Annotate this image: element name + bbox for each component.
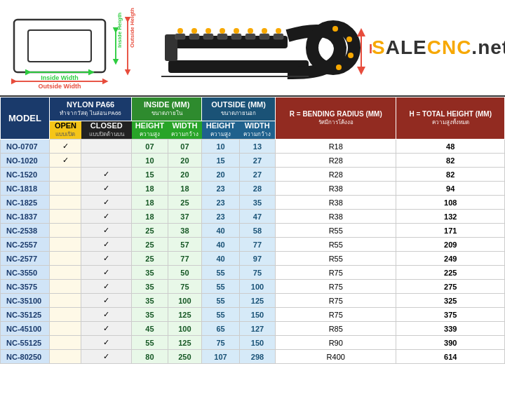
- cell-bending-radius: R90: [276, 336, 396, 350]
- table-row: NC-1520✓15202027R2882: [1, 168, 505, 182]
- cell-width-inside: 20: [168, 168, 201, 182]
- svg-rect-17: [175, 34, 185, 39]
- svg-rect-24: [274, 34, 283, 39]
- cell-width-inside: 18: [168, 182, 201, 196]
- cell-width-inside: 75: [168, 280, 201, 294]
- svg-rect-15: [168, 36, 288, 48]
- cell-width-outside: 77: [239, 238, 275, 252]
- specifications-table: MODEL NYLON PA66 ทำจากวัสดุ ไนล่อน PA66 …: [0, 97, 505, 364]
- cell-model: NC-2557: [1, 238, 50, 252]
- cell-height-inside: 55: [132, 336, 168, 350]
- cell-closed: ✓: [81, 336, 132, 350]
- cell-width-inside: 100: [168, 294, 201, 308]
- cell-open: [50, 280, 81, 294]
- svg-text:Inside Heigth: Inside Heigth: [116, 13, 123, 48]
- table-row: NC-45100✓4510065127R85339: [1, 322, 505, 336]
- cell-bending-radius: R55: [276, 238, 396, 252]
- cell-height-inside: 18: [132, 210, 168, 224]
- cell-height-inside: 35: [132, 266, 168, 280]
- cell-total-height: 132: [396, 210, 505, 224]
- cell-closed: ✓: [81, 238, 132, 252]
- cell-height-inside: 18: [132, 196, 168, 210]
- cell-closed: ✓: [81, 280, 132, 294]
- cell-model: NC-2577: [1, 252, 50, 266]
- cell-bending-radius: R75: [276, 294, 396, 308]
- cell-height-inside: 35: [132, 294, 168, 308]
- cell-width-inside: 37: [168, 210, 201, 224]
- cell-height-outside: 10: [202, 140, 240, 154]
- table-row: NC-35125✓3512555150R75375: [1, 308, 505, 322]
- svg-point-35: [346, 36, 352, 42]
- svg-rect-19: [203, 34, 213, 39]
- table-row: NO-1020✓10201527R2882: [1, 154, 505, 168]
- svg-rect-14: [168, 60, 309, 73]
- svg-point-28: [220, 28, 225, 34]
- cell-closed: ✓: [81, 252, 132, 266]
- cell-closed: ✓: [81, 294, 132, 308]
- svg-point-37: [336, 65, 342, 70]
- cell-width-outside: 47: [239, 210, 275, 224]
- table-row: NC-3550✓35505575R75225: [1, 266, 505, 280]
- cell-model: NC-1520: [1, 168, 50, 182]
- cell-total-height: 108: [396, 196, 505, 210]
- cell-height-outside: 65: [202, 322, 240, 336]
- cell-bending-radius: R28: [276, 154, 396, 168]
- svg-point-27: [206, 28, 211, 34]
- cell-width-outside: 58: [239, 224, 275, 238]
- cell-model: NC-55125: [1, 336, 50, 350]
- cell-model: NO-1020: [1, 154, 50, 168]
- cell-bending-radius: R18: [276, 140, 396, 154]
- cell-total-height: 209: [396, 238, 505, 252]
- cell-total-height: 171: [396, 224, 505, 238]
- cell-bending-radius: R28: [276, 168, 396, 182]
- cell-bending-radius: R75: [276, 280, 396, 294]
- col-outside: OUTSIDE (MM) ขนาดภายนอก: [202, 97, 276, 121]
- cell-bending-radius: R55: [276, 252, 396, 266]
- cell-model: NC-35100: [1, 294, 50, 308]
- cell-width-outside: 97: [239, 252, 275, 266]
- cell-total-height: 275: [396, 280, 505, 294]
- cell-open: ✓: [50, 140, 81, 154]
- cell-total-height: 375: [396, 308, 505, 322]
- cell-height-outside: 107: [202, 350, 240, 364]
- cell-total-height: 614: [396, 350, 505, 364]
- cell-width-outside: 13: [239, 140, 275, 154]
- cell-height-inside: 10: [132, 154, 168, 168]
- cell-closed: ✓: [81, 168, 132, 182]
- svg-rect-21: [231, 34, 241, 39]
- cell-closed: ✓: [81, 224, 132, 238]
- svg-text:Outside Width: Outside Width: [39, 83, 81, 90]
- cell-height-inside: 80: [132, 350, 168, 364]
- cell-height-outside: 23: [202, 210, 240, 224]
- col-nylon: NYLON PA66 ทำจากวัสดุ ไนล่อน PA66: [50, 97, 132, 121]
- svg-point-34: [332, 26, 338, 32]
- cell-width-inside: 125: [168, 336, 201, 350]
- svg-rect-18: [189, 34, 199, 39]
- cell-height-inside: 15: [132, 168, 168, 182]
- cell-width-outside: 35: [239, 196, 275, 210]
- cell-bending-radius: R38: [276, 210, 396, 224]
- cell-height-outside: 55: [202, 266, 240, 280]
- cell-model: NC-45100: [1, 322, 50, 336]
- svg-point-29: [234, 28, 239, 34]
- svg-rect-20: [217, 34, 227, 39]
- col-inside: INSIDE (MM) ขนาดภายใน: [132, 97, 202, 121]
- cell-width-inside: 100: [168, 322, 201, 336]
- cell-total-height: 249: [396, 252, 505, 266]
- table-row: NC-1837✓18372347R38132: [1, 210, 505, 224]
- cell-open: [50, 210, 81, 224]
- cell-bending-radius: R55: [276, 224, 396, 238]
- cell-width-inside: 25: [168, 196, 201, 210]
- svg-point-30: [248, 28, 253, 34]
- cell-bending-radius: R38: [276, 182, 396, 196]
- cell-width-outside: 125: [239, 294, 275, 308]
- cell-bending-radius: R75: [276, 308, 396, 322]
- cell-total-height: 390: [396, 336, 505, 350]
- cell-closed: ✓: [81, 308, 132, 322]
- svg-rect-1: [28, 30, 91, 62]
- cell-model: NC-1837: [1, 210, 50, 224]
- svg-point-25: [177, 28, 183, 34]
- cell-height-inside: 07: [132, 140, 168, 154]
- svg-point-33: [312, 27, 354, 69]
- cell-height-outside: 23: [202, 182, 240, 196]
